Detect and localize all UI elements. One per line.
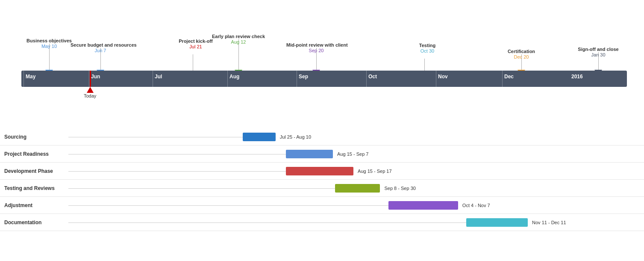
- gantt-connector-5: [68, 222, 466, 223]
- gantt-track-4: Oct 4 - Nov 7: [68, 197, 644, 214]
- gantt-label-3: Testing and Reviews: [0, 185, 68, 191]
- milestone-label-box-early-plan-review: Early plan review checkAug 12: [209, 33, 268, 44]
- milestone-label-text-business-objectives: Business objectives: [19, 38, 79, 44]
- gantt-connector-0: [68, 137, 243, 137]
- chart-container: Today 2016MayJunJulAugSepOctNovDecBusine…: [0, 0, 644, 261]
- gantt-bar-date-1: Aug 15 - Sep 7: [335, 151, 368, 157]
- month-label-jun: Jun: [91, 74, 100, 80]
- month-separator: [24, 71, 24, 87]
- milestone-date-signoff: Jan 30: [568, 52, 628, 57]
- month-separator: [297, 71, 297, 87]
- milestone-date-project-kickoff: Jul 21: [166, 44, 226, 49]
- gantt-bar-0: [243, 133, 276, 141]
- month-label-sep: Sep: [299, 74, 308, 80]
- milestone-label-box-testing: TestingOct 30: [397, 42, 457, 53]
- timeline-section: Today 2016MayJunJulAugSepOctNovDecBusine…: [9, 9, 631, 120]
- milestone-date-certification: Dec 20: [491, 54, 551, 59]
- month-separator: [153, 71, 153, 87]
- milestone-label-box-midpoint-review: Mid-point review with clientSep 20: [286, 42, 346, 53]
- gantt-row-0: SourcingJul 25 - Aug 10: [0, 128, 644, 145]
- gantt-bar-5: [466, 218, 528, 227]
- gantt-row-2: Development PhaseAug 15 - Sep 17: [0, 163, 644, 180]
- milestone-date-early-plan-review: Aug 12: [209, 39, 268, 44]
- month-label-dec: Dec: [504, 74, 514, 80]
- gantt-bar-1: [286, 150, 333, 158]
- gantt-track-3: Sep 8 - Sep 30: [68, 180, 644, 196]
- gantt-track-2: Aug 15 - Sep 17: [68, 163, 644, 179]
- milestone-date-secure-budget: Jun 7: [71, 48, 130, 53]
- milestone-label-text-midpoint-review: Mid-point review with client: [286, 42, 346, 48]
- gantt-track-1: Aug 15 - Sep 7: [68, 145, 644, 162]
- gantt-bar-4: [388, 201, 458, 210]
- gantt-bar-3: [335, 184, 380, 193]
- milestone-label-text-testing: Testing: [397, 42, 457, 48]
- gantt-section: SourcingJul 25 - Aug 10Project Readiness…: [0, 128, 644, 261]
- month-separator: [89, 71, 89, 87]
- milestone-label-text-secure-budget: Secure budget and resources: [71, 42, 130, 48]
- gantt-row-4: AdjustmentOct 4 - Nov 7: [0, 197, 644, 214]
- gantt-bar-date-5: Nov 11 - Dec 11: [530, 220, 566, 225]
- gantt-label-5: Documentation: [0, 219, 68, 225]
- gantt-bar-2: [286, 167, 353, 175]
- month-label-jul: Jul: [155, 74, 162, 80]
- gantt-row-5: DocumentationNov 11 - Dec 11: [0, 214, 644, 231]
- gantt-connector-3: [68, 188, 335, 189]
- month-separator: [366, 71, 367, 87]
- month-label-nov: Nov: [438, 74, 448, 80]
- month-label-oct: Oct: [368, 74, 377, 80]
- gantt-bar-date-4: Oct 4 - Nov 7: [461, 203, 490, 208]
- gantt-label-2: Development Phase: [0, 168, 68, 174]
- gantt-track-5: Nov 11 - Dec 11: [68, 214, 644, 231]
- milestone-label-box-signoff: Sign-off and closeJan 30: [568, 46, 628, 57]
- month-separator: [436, 71, 436, 87]
- gantt-connector-1: [68, 154, 286, 154]
- milestone-date-business-objectives: May 10: [19, 44, 79, 49]
- milestone-label-box-secure-budget: Secure budget and resourcesJun 7: [71, 42, 130, 53]
- milestone-label-text-signoff: Sign-off and close: [568, 46, 628, 52]
- milestone-date-testing: Oct 30: [397, 48, 457, 53]
- gantt-label-4: Adjustment: [0, 202, 68, 208]
- gantt-label-0: Sourcing: [0, 134, 68, 140]
- gantt-bar-date-3: Sep 8 - Sep 30: [382, 186, 415, 191]
- month-label-aug: Aug: [229, 74, 239, 80]
- month-separator: [227, 71, 228, 87]
- milestone-label-box-business-objectives: Business objectivesMay 10: [19, 38, 79, 49]
- month-separator: [502, 71, 503, 87]
- timeline-bar: [21, 71, 627, 87]
- today-line: [90, 71, 91, 87]
- milestone-label-text-early-plan-review: Early plan review check: [209, 33, 268, 39]
- gantt-connector-2: [68, 171, 286, 172]
- gantt-bar-date-0: Jul 25 - Aug 10: [278, 134, 311, 139]
- gantt-row-1: Project ReadinessAug 15 - Sep 7: [0, 145, 644, 163]
- gantt-connector-4: [68, 205, 388, 206]
- month-label-2016: 2016: [571, 74, 583, 80]
- month-label-may: May: [26, 74, 35, 80]
- gantt-label-1: Project Readiness: [0, 151, 68, 157]
- gantt-track-0: Jul 25 - Aug 10: [68, 128, 644, 145]
- milestone-label-text-certification: Certification: [491, 48, 551, 54]
- today-label: Today: [84, 93, 96, 98]
- today-triangle: [87, 87, 94, 93]
- gantt-row-3: Testing and ReviewsSep 8 - Sep 30: [0, 180, 644, 197]
- milestone-date-midpoint-review: Sep 20: [286, 48, 346, 53]
- gantt-bar-date-2: Aug 15 - Sep 17: [356, 169, 392, 174]
- milestone-label-box-certification: CertificationDec 20: [491, 48, 551, 59]
